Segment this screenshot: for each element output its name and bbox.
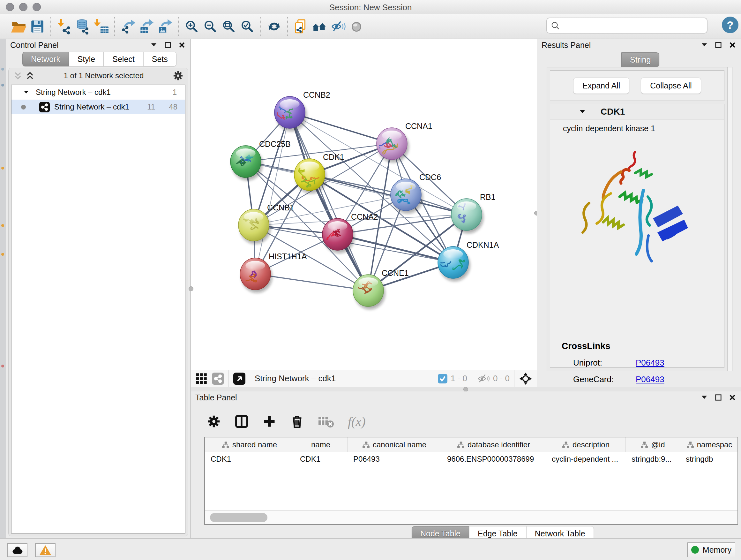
expand-all-networks-icon[interactable] (13, 71, 23, 80)
panel-float-icon[interactable] (164, 42, 172, 49)
table-cell[interactable]: CDK1 (294, 452, 347, 466)
hide-selected-button[interactable] (329, 17, 347, 37)
table-row[interactable]: CDK1CDK1P064939606.ENSP00000378699cyclin… (205, 452, 738, 466)
tab-style[interactable]: Style (69, 52, 104, 66)
table-gear-icon[interactable] (207, 415, 221, 428)
clone-network-button[interactable] (292, 17, 310, 37)
export-image-button[interactable] (156, 17, 174, 37)
panel-menu-icon[interactable] (701, 42, 708, 49)
search-input[interactable] (562, 21, 707, 30)
table-cell[interactable]: cyclin-dependent ... (546, 452, 626, 466)
panel-close-icon[interactable] (729, 42, 736, 49)
panel-close-icon[interactable] (729, 394, 736, 401)
column-header-canonical-name[interactable]: canonical name (347, 437, 441, 452)
node-HIST1H1A[interactable] (240, 258, 272, 293)
table-cell[interactable]: CDK1 (205, 452, 294, 466)
crosslinks-title: CrossLinks (562, 341, 718, 351)
node-CDC6[interactable] (391, 179, 423, 213)
selected-checkbox-icon[interactable] (438, 374, 448, 383)
network-selection-status: 1 of 1 Network selected (35, 71, 173, 80)
save-session-button[interactable] (28, 17, 47, 37)
cloud-button[interactable] (7, 543, 27, 557)
node-details-header[interactable]: CDK1 (550, 104, 724, 119)
node-CCNA1[interactable] (373, 128, 409, 163)
open-session-button[interactable] (10, 17, 28, 37)
table-cell[interactable]: stringdb (680, 452, 738, 466)
column-header-database-identifier[interactable]: database identifier (441, 437, 546, 452)
panel-close-icon[interactable] (179, 42, 185, 49)
collection-expander-icon[interactable] (23, 89, 29, 96)
column-header-namespac[interactable]: namespac (680, 437, 738, 452)
tab-network[interactable]: Network (22, 52, 69, 66)
node-label-CCNE1: CCNE1 (382, 268, 409, 277)
gear-icon[interactable] (173, 70, 184, 81)
crosslink-link[interactable]: P06493 (636, 358, 664, 368)
node-CCNE1[interactable] (353, 274, 385, 309)
zoom-out-button[interactable] (201, 17, 219, 37)
node-RB1[interactable] (451, 199, 483, 233)
collapse-all-button[interactable]: Collapse All (641, 78, 701, 94)
memory-button[interactable]: Memory (687, 543, 735, 557)
table-cell[interactable]: 9606.ENSP00000378699 (441, 452, 546, 466)
protein-structure-image (572, 142, 690, 267)
panel-menu-icon[interactable] (701, 394, 708, 401)
column-header-name[interactable]: name (294, 437, 347, 452)
first-neighbors-button[interactable] (310, 17, 329, 37)
zoom-in-button[interactable] (183, 17, 201, 37)
view-mode-icon[interactable] (212, 373, 224, 385)
node-CDKN1A[interactable] (437, 246, 470, 281)
refresh-layout-button[interactable] (265, 17, 283, 37)
network-canvas[interactable]: CCNB2CCNA1CDC25BCDK1CDC6RB1CCNB1CCNA2CDK… (191, 39, 537, 370)
table-cell[interactable]: P06493 (347, 452, 441, 466)
tab-select[interactable]: Select (104, 52, 143, 66)
zoom-fit-icon (221, 18, 237, 35)
column-header-description[interactable]: description (546, 437, 626, 452)
show-columns-icon[interactable] (234, 414, 249, 429)
import-network-file-button[interactable] (55, 17, 73, 37)
edge-CDK1-RB1[interactable] (310, 175, 467, 214)
toolbar-separator (260, 17, 261, 36)
collapse-all-networks-icon[interactable] (25, 71, 35, 80)
zoom-in-icon (184, 18, 200, 35)
zoom-fit-button[interactable] (219, 17, 238, 37)
edge-CCNB2-CCNE1[interactable] (290, 112, 368, 291)
table-cell[interactable]: stringdb:9... (626, 452, 680, 466)
warnings-button[interactable] (35, 543, 56, 557)
node-CDC25B[interactable] (230, 145, 263, 180)
table-h-scrollbar[interactable] (205, 510, 738, 524)
zoom-selected-button[interactable] (238, 17, 257, 37)
edge-HIST1H1A-CCNE1[interactable] (255, 274, 368, 291)
show-all-button[interactable] (347, 17, 366, 37)
panel-float-icon[interactable] (715, 394, 722, 401)
delete-column-icon[interactable] (290, 414, 305, 429)
splitter-grip[interactable] (463, 387, 468, 392)
expand-all-button[interactable]: Expand All (573, 78, 629, 94)
export-table-button[interactable] (137, 17, 156, 37)
add-column-icon[interactable] (262, 415, 276, 428)
export-image-icon (157, 18, 173, 35)
search-box[interactable] (546, 17, 708, 34)
export-network-button[interactable] (119, 17, 137, 37)
network-collection-row[interactable]: String Network – cdk1 1 (11, 85, 185, 100)
node-CCNA2[interactable] (322, 219, 354, 253)
tab-sets[interactable]: Sets (143, 52, 177, 66)
import-table-button[interactable] (92, 17, 111, 37)
tab-string[interactable]: String (621, 52, 659, 67)
birds-eye-view-icon[interactable] (233, 373, 246, 385)
panel-menu-icon[interactable] (150, 42, 157, 49)
help-button[interactable]: ? (722, 17, 738, 33)
edge-CCNB2-HIST1H1A[interactable] (255, 112, 290, 274)
panel-float-icon[interactable] (715, 42, 722, 49)
node-CDK1[interactable] (294, 159, 327, 193)
import-network-database-button[interactable] (73, 17, 92, 37)
fit-content-crosshair-icon[interactable] (519, 372, 532, 385)
column-header-@id[interactable]: @id (626, 437, 680, 452)
network-row-selected[interactable]: String Network – cdk1 11 48 (11, 100, 185, 114)
grid-mode-icon[interactable] (195, 373, 207, 385)
scrollbar-thumb[interactable] (210, 513, 267, 522)
results-scrollbar[interactable] (727, 67, 732, 371)
collapse-entry-icon[interactable] (579, 108, 586, 115)
crosslink-link[interactable]: P06493 (636, 374, 664, 384)
left-splitter-grip[interactable] (189, 287, 193, 291)
column-header-shared-name[interactable]: shared name (205, 437, 294, 452)
